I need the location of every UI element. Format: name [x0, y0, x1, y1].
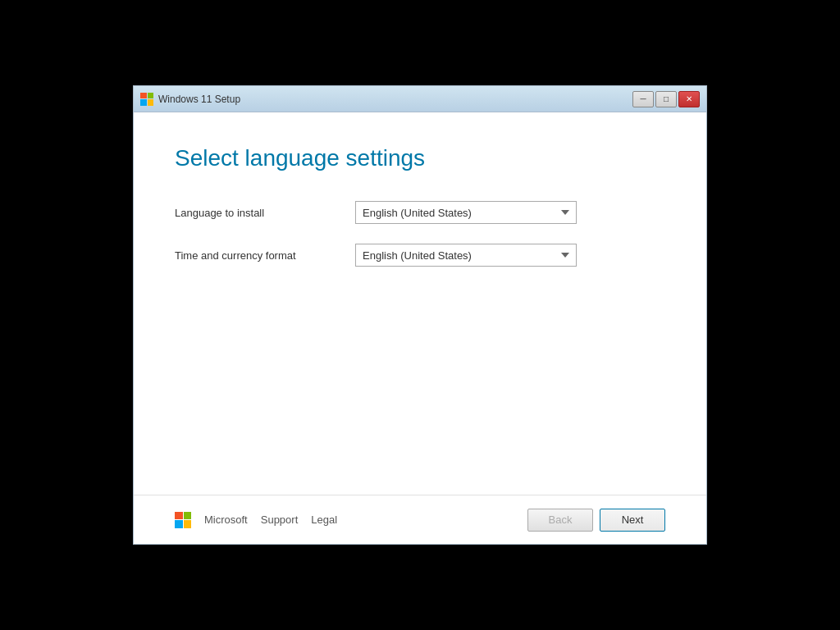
footer: Microsoft Support Legal Back Next [134, 495, 706, 544]
support-link[interactable]: Support [261, 514, 299, 526]
minimize-button[interactable]: ─ [632, 91, 654, 107]
windows-logo-icon [140, 93, 153, 106]
microsoft-logo-icon [175, 512, 191, 528]
brand-label: Microsoft [204, 514, 248, 526]
legal-link[interactable]: Legal [311, 514, 337, 526]
next-button[interactable]: Next [600, 509, 665, 532]
currency-row: Time and currency format English (United… [175, 244, 665, 267]
titlebar-title: Windows 11 Setup [158, 94, 240, 105]
currency-label: Time and currency format [175, 249, 355, 262]
language-row: Language to install English (United Stat… [175, 201, 665, 224]
language-label: Language to install [175, 207, 355, 219]
close-button[interactable]: ✕ [678, 91, 700, 107]
setup-window: Windows 11 Setup ─ □ ✕ Select language s… [133, 85, 707, 545]
titlebar-left: Windows 11 Setup [140, 93, 240, 106]
main-content: Select language settings Language to ins… [134, 112, 706, 495]
footer-left: Microsoft Support Legal [175, 512, 337, 528]
footer-buttons: Back Next [527, 509, 665, 532]
back-button[interactable]: Back [527, 509, 593, 532]
maximize-button[interactable]: □ [655, 91, 677, 107]
language-select[interactable]: English (United States) French (France) … [355, 201, 577, 224]
titlebar-controls: ─ □ ✕ [632, 91, 700, 107]
currency-select[interactable]: English (United States) French (France) … [355, 244, 577, 267]
titlebar: Windows 11 Setup ─ □ ✕ [134, 86, 706, 112]
page-title: Select language settings [175, 145, 665, 171]
